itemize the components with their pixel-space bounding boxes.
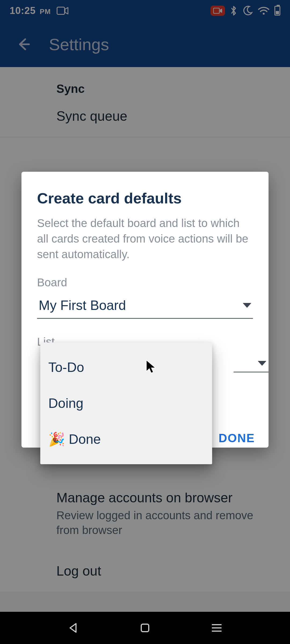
dialog-description: Select the default board and list to whi… <box>37 215 253 262</box>
chevron-down-icon <box>258 361 266 366</box>
done-button[interactable]: DONE <box>219 431 255 445</box>
list-dropdown-menu: To-Do Doing 🎉 Done <box>40 342 212 464</box>
nav-back-button[interactable] <box>63 617 84 639</box>
option-label: To-Do <box>48 360 84 375</box>
list-option-done[interactable]: 🎉 Done <box>40 421 212 457</box>
board-select-value: My First Board <box>39 298 126 313</box>
list-option-doing[interactable]: Doing <box>40 385 212 421</box>
svg-rect-3 <box>141 624 149 632</box>
select-underline <box>234 372 269 372</box>
list-select[interactable] <box>234 361 269 372</box>
board-select[interactable]: My First Board <box>37 294 253 319</box>
navigation-bar <box>0 612 290 644</box>
nav-recents-button[interactable] <box>206 617 227 639</box>
option-label: 🎉 Done <box>48 431 101 447</box>
option-label: Doing <box>48 396 84 411</box>
dialog-title: Create card defaults <box>37 189 253 207</box>
mouse-cursor-icon <box>146 360 156 375</box>
chevron-down-icon <box>243 303 251 308</box>
list-option-todo[interactable]: To-Do <box>40 349 212 385</box>
board-field-label: Board <box>37 276 253 289</box>
nav-home-button[interactable] <box>134 617 156 639</box>
